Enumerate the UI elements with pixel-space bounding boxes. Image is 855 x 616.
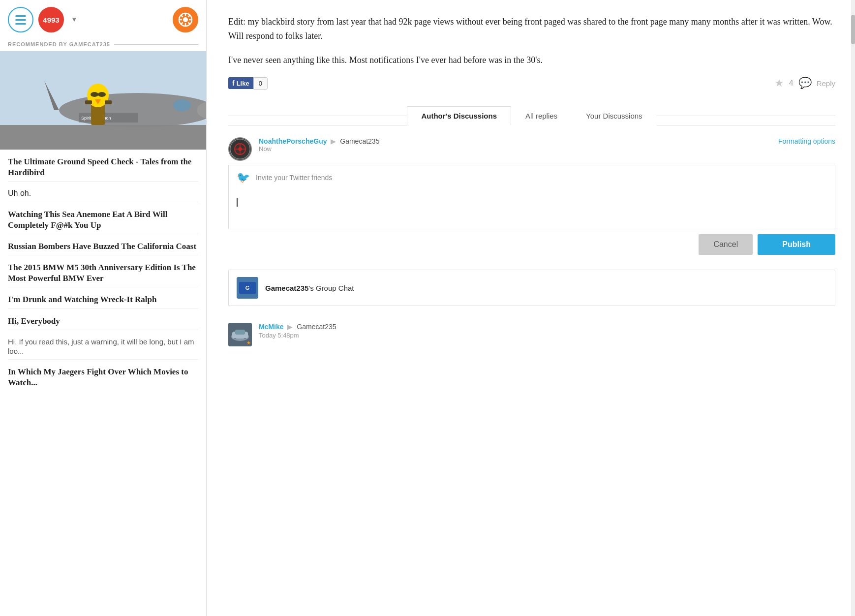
comment-star-icon: ★ (246, 340, 251, 345)
notification-count: 4993 (43, 16, 59, 24)
comment-time: Today 5:48pm (259, 332, 336, 339)
facebook-like-group: f Like 0 (228, 77, 268, 90)
group-chat-username[interactable]: Gamecat235 (265, 284, 308, 292)
group-chat-avatar: G (237, 277, 258, 299)
group-chat-text: Gamecat235's Group Chat (265, 284, 354, 292)
article-item-wreck-it-ralph[interactable]: I'm Drunk and Watching Wreck-It Ralph (8, 287, 198, 308)
like-label: Like (237, 80, 249, 87)
comment-arrow-icon: ▶ (287, 323, 293, 331)
post-text-1: Edit: my blackbird story from last year … (228, 15, 835, 43)
svg-rect-25 (105, 100, 112, 104)
article-item-hi-long[interactable]: Hi. If you read this, just a warning, it… (8, 330, 198, 359)
svg-point-20 (91, 92, 98, 97)
facebook-like-count: 0 (253, 77, 268, 90)
reply-to-user[interactable]: Gamecat235 (340, 137, 379, 145)
svg-line-9 (181, 23, 183, 25)
publish-button[interactable]: Publish (758, 234, 835, 255)
group-chat-box[interactable]: G Gamecat235's Group Chat (228, 270, 835, 306)
dropdown-arrow-icon[interactable]: ▼ (71, 16, 78, 24)
svg-point-21 (98, 92, 106, 97)
reply-meta-names: NoahthePorscheGuy ▶ Gamecat235 (259, 137, 771, 145)
comment-from-user[interactable]: McMike (259, 323, 284, 331)
formatting-options-button[interactable]: Formatting options (778, 137, 835, 145)
svg-line-8 (188, 15, 190, 17)
article-item-hardibird[interactable]: The Ultimate Ground Speed Check - Tales … (8, 150, 198, 181)
twitter-bird-icon: 🐦 (237, 171, 250, 184)
discussions-tabs: Author's Discussions All replies Your Di… (228, 106, 835, 125)
text-cursor (237, 198, 238, 207)
tab-authors-discussions[interactable]: Author's Discussions (407, 106, 511, 125)
article-item-uh-oh[interactable]: Uh oh. (8, 182, 198, 202)
article-item-bmw-m5[interactable]: The 2015 BMW M5 30th Anniversary Edition… (8, 255, 198, 287)
sidebar-header: 4993 ▼ (0, 0, 206, 39)
scrollbar-thumb[interactable] (851, 15, 855, 44)
tabs-line-right (657, 116, 835, 116)
article-item-hi-everybody[interactable]: Hi, Everybody (8, 309, 198, 330)
sidebar: 4993 ▼ RECOMMENDED BY GA (0, 0, 207, 616)
article-item-jaegers[interactable]: In Which My Jaegers Fight Over Which Mov… (8, 360, 198, 391)
cancel-button[interactable]: Cancel (699, 234, 753, 255)
svg-line-7 (188, 23, 190, 25)
comment-item: ★ McMike ▶ Gamecat235 Today 5:48pm (228, 318, 835, 346)
svg-point-14 (173, 99, 191, 111)
post-text-2: I've never seen anything like this. Most… (228, 53, 835, 67)
featured-image[interactable]: Spirit of Lemon (0, 51, 206, 150)
facebook-f-icon: f (232, 79, 235, 87)
hamburger-menu-button[interactable] (8, 7, 33, 32)
replier-avatar (228, 137, 252, 161)
comment-meta: McMike ▶ Gamecat235 Today 5:48pm (259, 323, 336, 346)
twitter-invite-text: Invite your Twitter friends (256, 174, 332, 182)
svg-rect-11 (0, 125, 206, 150)
reply-header: NoahthePorscheGuy ▶ Gamecat235 Now Forma… (228, 137, 835, 161)
site-logo-button[interactable] (173, 7, 198, 32)
reply-input-area[interactable] (228, 190, 835, 229)
svg-text:G: G (245, 285, 250, 291)
twitter-invite-bar[interactable]: 🐦 Invite your Twitter friends (228, 165, 835, 190)
reply-meta: NoahthePorscheGuy ▶ Gamecat235 Now (259, 137, 771, 153)
tab-your-discussions[interactable]: Your Discussions (572, 106, 657, 125)
svg-rect-24 (85, 100, 92, 104)
post-actions-right: ★ 4 💬 Reply (774, 77, 835, 90)
article-item-russian-bombers[interactable]: Russian Bombers Have Buzzed The Californ… (8, 234, 198, 255)
reply-time: Now (259, 145, 771, 153)
article-list: The Ultimate Ground Speed Check - Tales … (0, 150, 206, 391)
comment-icon[interactable]: 💬 (798, 77, 812, 90)
tabs-line-left (228, 116, 407, 116)
article-item-anemone[interactable]: Watching This Sea Anemone Eat A Bird Wil… (8, 202, 198, 234)
reply-section: NoahthePorscheGuy ▶ Gamecat235 Now Forma… (228, 137, 835, 255)
star-icon[interactable]: ★ (774, 77, 784, 90)
reply-arrow-icon: ▶ (331, 137, 336, 145)
comment-avatar: ★ (228, 323, 252, 346)
svg-line-6 (181, 15, 183, 17)
reply-from-user[interactable]: NoahthePorscheGuy (259, 137, 327, 145)
svg-rect-40 (235, 330, 245, 335)
recommended-by-label: RECOMMENDED BY GAMECAT235 (0, 39, 206, 51)
post-actions-bar: f Like 0 ★ 4 💬 Reply (228, 77, 835, 94)
tab-all-replies[interactable]: All replies (511, 106, 572, 125)
reply-button[interactable]: Reply (817, 79, 835, 88)
notification-button[interactable]: 4993 (38, 7, 64, 32)
comment-count: 4 (789, 79, 794, 88)
comment-to-user[interactable]: Gamecat235 (297, 323, 336, 331)
scrollbar[interactable] (851, 0, 855, 616)
main-content: Edit: my blackbird story from last year … (207, 0, 855, 616)
facebook-like-button[interactable]: f Like (228, 77, 253, 89)
svg-point-1 (183, 17, 188, 22)
reply-action-buttons: Cancel Publish (228, 234, 835, 255)
group-chat-suffix: 's Group Chat (308, 284, 354, 292)
